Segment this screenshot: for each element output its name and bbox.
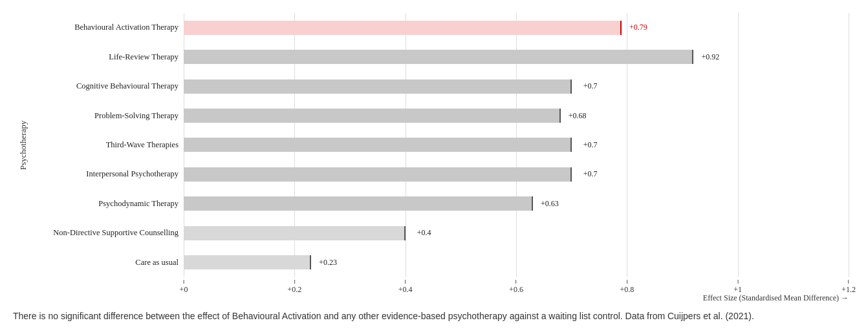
bar-marker	[570, 79, 572, 94]
bars-and-labels: Behavioural Activation TherapyLife-Revie…	[28, 13, 849, 303]
bar-value-label: +0.23	[319, 258, 337, 268]
row-label: Life-Review Therapy	[28, 52, 179, 62]
bar: +0.7	[184, 167, 572, 182]
bar-value-label: +0.7	[583, 169, 598, 179]
bar-marker	[620, 21, 622, 35]
bar-value-label: +0.7	[583, 140, 598, 150]
bars-area: +0.79+0.92+0.7+0.68+0.7+0.7+0.63+0.4+0.2…	[184, 13, 849, 303]
bar-marker	[692, 50, 693, 64]
row-labels: Behavioural Activation TherapyLife-Revie…	[28, 13, 184, 303]
row-label: Care as usual	[28, 258, 179, 268]
x-tick-label: +0.2	[287, 285, 301, 295]
x-tick-label: +0.4	[398, 285, 413, 295]
x-tick: +1.2	[841, 280, 856, 295]
x-axis-title: Effect Size (Standardised Mean Differenc…	[703, 293, 849, 303]
bar: +0.4	[184, 226, 406, 240]
x-tick: +0.6	[509, 280, 523, 295]
grid-and-bars: +0.79+0.92+0.7+0.68+0.7+0.7+0.63+0.4+0.2…	[184, 13, 849, 277]
bar-value-label: +0.7	[583, 81, 598, 91]
y-axis-label: Psychotherapy	[13, 13, 28, 277]
bar-fill	[184, 50, 693, 64]
bar-fill	[184, 226, 406, 240]
x-tick-line	[184, 280, 184, 284]
x-tick-line	[294, 280, 295, 284]
row-label: Psychodynamic Therapy	[28, 199, 179, 209]
bar-row: +0.7	[184, 165, 849, 184]
bar: +0.68	[184, 109, 561, 123]
x-tick: +0.8	[620, 280, 634, 295]
bar-row: +0.7	[184, 136, 849, 154]
bar: +0.63	[184, 196, 533, 211]
bar-value-label: +0.63	[541, 199, 559, 209]
x-tick-label: +0	[180, 285, 188, 295]
x-tick-label: +0.8	[620, 285, 634, 295]
bar: +0.79	[184, 21, 622, 35]
x-tick-line	[405, 280, 406, 284]
bar-row: +0.4	[184, 224, 849, 242]
x-tick-line	[516, 280, 517, 284]
bar-marker	[559, 109, 561, 123]
bar-row: +0.63	[184, 194, 849, 213]
bars-container: +0.79+0.92+0.7+0.68+0.7+0.7+0.63+0.4+0.2…	[184, 13, 849, 277]
x-tick-line	[627, 280, 627, 284]
chart-inner: Behavioural Activation TherapyLife-Revie…	[28, 13, 849, 303]
bar: +0.92	[184, 50, 693, 64]
x-tick: +1	[733, 280, 742, 295]
x-tick-line	[737, 280, 738, 284]
bar-value-label: +0.68	[569, 111, 587, 121]
bar-marker	[310, 255, 311, 269]
x-tick-label: +0.6	[509, 285, 523, 295]
bar-marker	[570, 167, 572, 182]
row-label: Third-Wave Therapies	[28, 140, 179, 150]
bar-fill	[184, 21, 622, 35]
grid-line	[849, 13, 849, 277]
bar-fill	[184, 138, 572, 152]
x-tick: +0.2	[287, 280, 301, 295]
row-label: Behavioural Activation Therapy	[28, 23, 179, 32]
bar: +0.7	[184, 79, 572, 94]
bar-fill	[184, 255, 311, 269]
bar-marker	[404, 226, 406, 240]
x-tick: +0	[180, 280, 188, 295]
bar-row: +0.68	[184, 107, 849, 125]
bar-row: +0.92	[184, 48, 849, 66]
x-axis: +0+0.2+0.4+0.6+0.8+1+1.2 Effect Size (St…	[184, 277, 849, 303]
bar-row: +0.7	[184, 78, 849, 96]
x-tick-line	[849, 280, 849, 284]
bar-row: +0.79	[184, 19, 849, 37]
row-label: Cognitive Behavioural Therapy	[28, 81, 179, 91]
bar-value-label: +0.4	[417, 228, 431, 238]
bar-marker	[570, 138, 572, 152]
bar: +0.7	[184, 138, 572, 152]
chart-area: Psychotherapy Behavioural Activation The…	[13, 13, 849, 303]
bar-fill	[184, 167, 572, 182]
row-label: Interpersonal Psychotherapy	[28, 169, 179, 179]
bar-value-label: +0.92	[701, 52, 719, 62]
row-label: Non-Directive Supportive Counselling	[28, 228, 179, 238]
bar-fill	[184, 79, 572, 94]
bar-row: +0.23	[184, 253, 849, 271]
bar-fill	[184, 109, 561, 123]
caption: There is no significant difference betwe…	[13, 310, 849, 323]
bar-fill	[184, 196, 533, 211]
bar-value-label: +0.79	[629, 23, 647, 32]
bar-marker	[532, 196, 533, 211]
x-tick: +0.4	[398, 280, 413, 295]
bar: +0.23	[184, 255, 311, 269]
row-label: Problem-Solving Therapy	[28, 111, 179, 121]
